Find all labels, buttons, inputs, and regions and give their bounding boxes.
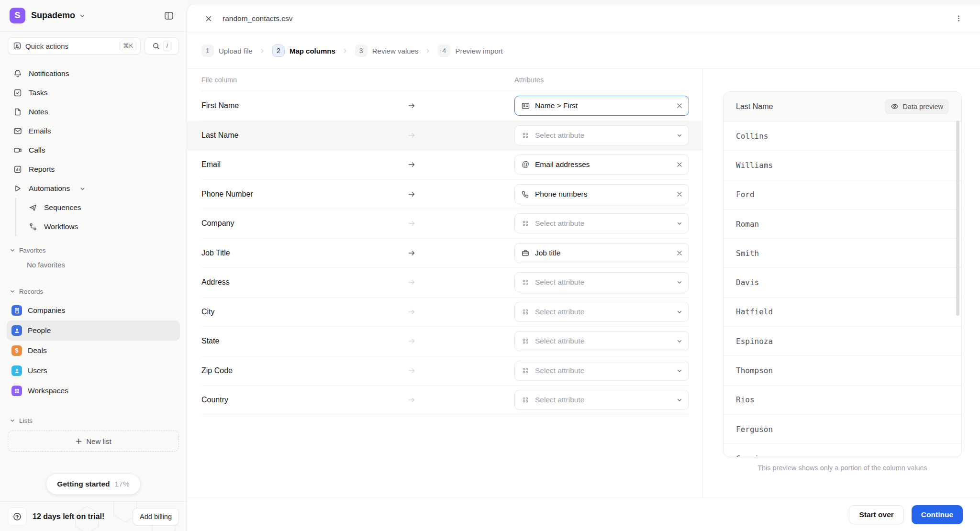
table-row: Zip Code Select attribute bbox=[201, 356, 689, 386]
dot-grid-icon bbox=[521, 337, 530, 345]
table-row: Company Select attribute bbox=[201, 209, 689, 239]
attribute-select-state[interactable]: Select attribute bbox=[514, 331, 689, 351]
arrow-right-icon bbox=[407, 101, 426, 110]
chevron-down-icon bbox=[676, 397, 683, 403]
chevron-down-icon bbox=[676, 132, 683, 139]
sidebar-item-tasks[interactable]: Tasks bbox=[8, 83, 179, 102]
sidebar-toggle-button[interactable] bbox=[161, 8, 177, 24]
sidebar-item-notifications[interactable]: Notifications bbox=[8, 64, 179, 83]
remove-attribute-icon[interactable] bbox=[676, 191, 683, 198]
keycap-k-icon: K bbox=[13, 42, 22, 50]
file-column-label: Zip Code bbox=[201, 366, 407, 375]
chevron-down-icon bbox=[79, 186, 86, 192]
records-section-header[interactable]: Records bbox=[0, 284, 187, 299]
preview-scrollbar[interactable] bbox=[956, 121, 959, 316]
table-row: Country Select attribute bbox=[201, 386, 689, 415]
step-preview-import[interactable]: 4 Preview import bbox=[438, 44, 502, 57]
file-column-label: State bbox=[201, 337, 407, 345]
app-window: S Supademo K Quick actions ⌘K / Notifica… bbox=[0, 0, 980, 531]
record-item-label: Workspaces bbox=[28, 387, 68, 395]
arrow-right-icon bbox=[407, 190, 426, 199]
sidebar-item-label: Reports bbox=[29, 165, 55, 174]
arrow-right-icon bbox=[407, 278, 426, 287]
getting-started-button[interactable]: Getting started 17% bbox=[46, 474, 140, 495]
chevron-down-icon bbox=[10, 247, 15, 253]
record-item-label: People bbox=[28, 326, 51, 335]
sidebar-item-emails[interactable]: Emails bbox=[8, 122, 179, 141]
attribute-select-last-name[interactable]: Select attribute bbox=[514, 125, 689, 145]
quick-actions-label: Quick actions bbox=[25, 42, 68, 50]
arrow-right-icon bbox=[407, 249, 426, 257]
preview-value-row: Hatfield bbox=[724, 298, 961, 327]
sidebar-item-people[interactable]: People bbox=[7, 321, 180, 341]
attribute-placeholder: Select attribute bbox=[535, 278, 584, 287]
sidebar-item-reports[interactable]: Reports bbox=[8, 160, 179, 179]
table-row: Email @ Email addresses bbox=[201, 150, 689, 180]
search-shortcut: / bbox=[163, 41, 171, 51]
attribute-select-zip[interactable]: Select attribute bbox=[514, 361, 689, 381]
sidebar-item-label: Notes bbox=[29, 108, 48, 116]
attribute-value: Phone numbers bbox=[535, 190, 587, 199]
id-card-icon bbox=[521, 101, 530, 111]
sidebar-item-calls[interactable]: Calls bbox=[8, 141, 179, 160]
sidebar-item-automations[interactable]: Automations bbox=[8, 179, 179, 198]
quick-actions-shortcut: ⌘K bbox=[120, 41, 136, 51]
remove-attribute-icon[interactable] bbox=[676, 161, 683, 168]
step-review-values[interactable]: 3 Review values bbox=[355, 44, 419, 57]
record-item-label: Deals bbox=[28, 346, 47, 355]
step-number: 3 bbox=[355, 44, 368, 57]
workspace-name[interactable]: Supademo bbox=[31, 11, 75, 21]
sidebar-item-notes[interactable]: Notes bbox=[8, 102, 179, 122]
step-upload-file[interactable]: 1 Upload file bbox=[201, 44, 253, 57]
attribute-select-phone[interactable]: Phone numbers bbox=[514, 184, 689, 204]
remove-attribute-icon[interactable] bbox=[676, 102, 683, 109]
attribute-select-address[interactable]: Select attribute bbox=[514, 272, 689, 292]
sidebar-item-label: Workflows bbox=[44, 222, 78, 231]
attribute-select-company[interactable]: Select attribute bbox=[514, 213, 689, 233]
envelope-icon bbox=[12, 126, 23, 136]
sidebar-item-users[interactable]: Users bbox=[7, 361, 180, 381]
search-button[interactable]: / bbox=[145, 37, 179, 55]
favorites-label: Favorites bbox=[19, 247, 46, 254]
preview-value-row: Smith bbox=[724, 239, 961, 268]
start-over-button[interactable]: Start over bbox=[849, 505, 903, 524]
attribute-select-email[interactable]: @ Email addresses bbox=[514, 155, 689, 175]
add-billing-button[interactable]: Add billing bbox=[133, 508, 179, 525]
table-row: First Name Name > First bbox=[201, 91, 689, 121]
workspace-logo[interactable]: S bbox=[10, 8, 25, 23]
sidebar-item-workspaces[interactable]: Workspaces bbox=[7, 381, 180, 401]
new-list-button[interactable]: New list bbox=[8, 431, 179, 452]
table-row: Phone Number Phone numbers bbox=[201, 180, 689, 210]
quick-actions-button[interactable]: K Quick actions ⌘K bbox=[8, 37, 141, 55]
chevron-right-icon bbox=[259, 48, 266, 54]
preview-value-row: Thompson bbox=[724, 356, 961, 385]
trial-upgrade-button[interactable] bbox=[8, 507, 27, 526]
file-column-label: Job Title bbox=[201, 249, 407, 257]
sidebar-item-workflows[interactable]: Workflows bbox=[23, 217, 179, 236]
bar-chart-icon bbox=[12, 165, 23, 174]
attribute-select-job-title[interactable]: Job title bbox=[514, 243, 689, 263]
sidebar-item-deals[interactable]: $ Deals bbox=[7, 341, 180, 361]
arrow-right-icon bbox=[407, 396, 426, 404]
sidebar-item-label: Tasks bbox=[29, 88, 48, 97]
close-button[interactable] bbox=[201, 11, 216, 26]
remove-attribute-icon[interactable] bbox=[676, 250, 683, 256]
step-label: Review values bbox=[372, 47, 419, 55]
attribute-select-city[interactable]: Select attribute bbox=[514, 302, 689, 322]
continue-button[interactable]: Continue bbox=[912, 505, 963, 524]
data-preview-column: Last Name Data preview Collins Williams … bbox=[703, 69, 980, 498]
arrow-right-icon bbox=[407, 160, 426, 169]
video-camera-icon bbox=[12, 145, 23, 155]
attribute-select-country[interactable]: Select attribute bbox=[514, 390, 689, 410]
more-options-button[interactable] bbox=[951, 11, 966, 26]
sidebar-item-sequences[interactable]: Sequences bbox=[23, 198, 179, 217]
sidebar-item-companies[interactable]: Companies bbox=[7, 300, 180, 321]
note-icon bbox=[12, 107, 23, 117]
favorites-section-header[interactable]: Favorites bbox=[0, 243, 187, 257]
step-map-columns[interactable]: 2 Map columns bbox=[272, 44, 335, 57]
people-icon bbox=[11, 325, 22, 336]
lists-section-header[interactable]: Lists bbox=[0, 413, 187, 428]
attribute-select-first-name[interactable]: Name > First bbox=[514, 96, 689, 116]
step-label: Preview import bbox=[455, 47, 502, 55]
data-preview-badge[interactable]: Data preview bbox=[885, 99, 949, 114]
